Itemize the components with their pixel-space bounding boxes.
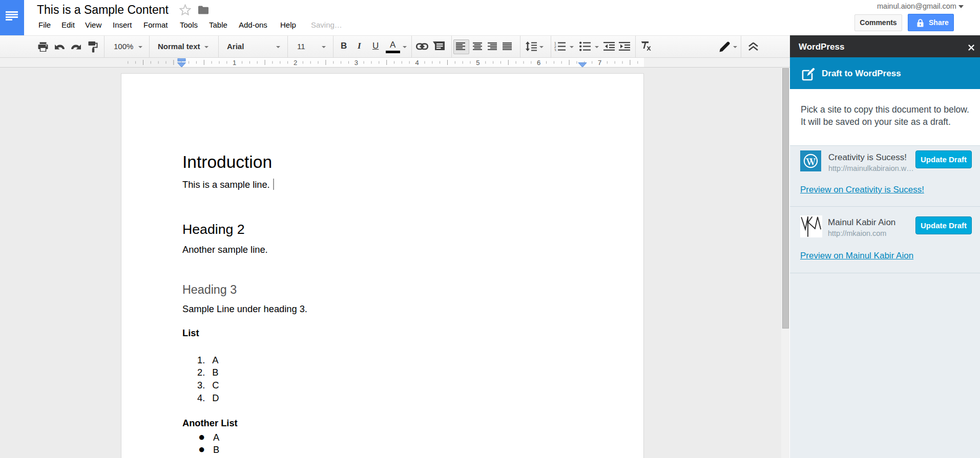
svg-text:3: 3	[355, 59, 358, 67]
svg-text:1: 1	[554, 41, 556, 45]
svg-text:1: 1	[233, 59, 236, 67]
svg-text:2: 2	[294, 59, 297, 67]
svg-text:7: 7	[598, 59, 601, 67]
svg-text:6: 6	[537, 59, 540, 67]
svg-text:3: 3	[554, 49, 556, 52]
svg-text:4: 4	[415, 59, 419, 67]
svg-text:5: 5	[476, 59, 479, 67]
